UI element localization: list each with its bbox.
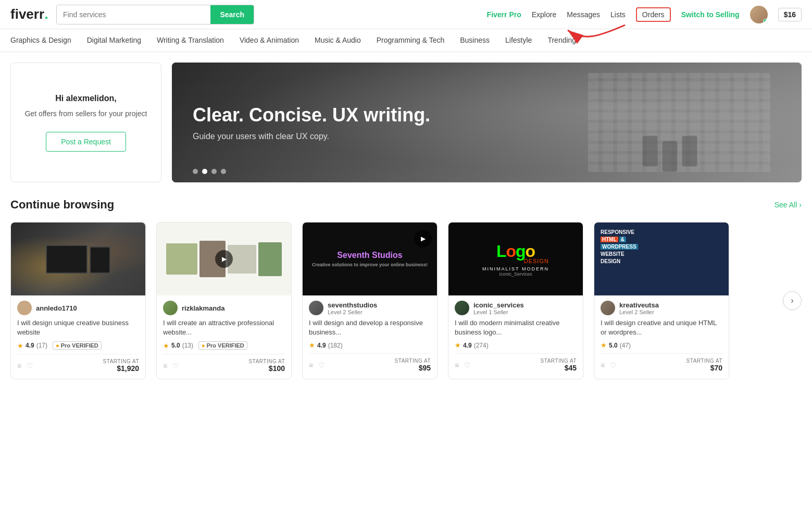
cat-trending[interactable]: Trending xyxy=(547,36,576,45)
avatar[interactable] xyxy=(750,6,768,23)
cat-digital-marketing[interactable]: Digital Marketing xyxy=(87,36,141,45)
post-request-button[interactable]: Post a Request xyxy=(46,132,126,152)
card-body-1: annledo1710 I will design unique creativ… xyxy=(11,295,145,379)
menu-icon-5[interactable]: ≡ xyxy=(601,361,605,369)
cat-lifestyle[interactable]: Lifestyle xyxy=(505,36,532,45)
menu-icon-4[interactable]: ≡ xyxy=(455,361,459,369)
rating-count-2: (13) xyxy=(182,342,193,349)
main-content: Hi alexmelidon, Get offers from sellers … xyxy=(0,52,812,182)
hero-dot-2[interactable] xyxy=(202,169,207,174)
seller-name-1: annledo1710 xyxy=(36,304,77,312)
star-icon-3: ★ xyxy=(309,341,315,349)
heart-icon-2[interactable]: ♡ xyxy=(172,362,179,370)
cat-video-animation[interactable]: Video & Animation xyxy=(240,36,299,45)
starting-price-3: STARTING AT $95 xyxy=(395,358,431,372)
cat-programming-tech[interactable]: Programming & Tech xyxy=(377,36,444,45)
play-button-3[interactable]: ▶ xyxy=(414,230,432,248)
starting-price-5: STARTING AT $70 xyxy=(686,358,722,372)
header-nav: Fiverr Pro Explore Messages Lists Orders… xyxy=(487,6,802,23)
search-button[interactable]: Search xyxy=(210,5,254,24)
seller-level-3: Level 2 Seller xyxy=(328,309,377,315)
balance-badge[interactable]: $16 xyxy=(778,8,802,21)
menu-icon-3[interactable]: ≡ xyxy=(309,361,313,369)
card-3[interactable]: Seventh Studios Creative solutions to im… xyxy=(302,222,438,379)
heart-icon-5[interactable]: ♡ xyxy=(610,361,617,369)
cat-music-audio[interactable]: Music & Audio xyxy=(315,36,361,45)
rating-count-1: (17) xyxy=(36,342,47,349)
cat-business[interactable]: Business xyxy=(460,36,490,45)
category-nav: Graphics & Design Digital Marketing Writ… xyxy=(0,29,812,52)
card-2[interactable]: ▶ rizklakmanda I will create an attracti… xyxy=(156,222,292,379)
card-thumb-2: ▶ xyxy=(157,222,291,295)
card-thumb-5-inner: RESPONSIVE HTML& WORDPRESS WEBSITEDESIGN xyxy=(594,222,729,295)
card-body-5: kreativeutsa Level 2 Seller I will desig… xyxy=(594,295,729,378)
cat-graphics-design[interactable]: Graphics & Design xyxy=(10,36,71,45)
card-footer-5: ≡ ♡ STARTING AT $70 xyxy=(601,353,722,372)
heart-icon-4[interactable]: ♡ xyxy=(464,361,471,369)
hero-dots xyxy=(193,169,226,174)
card-body-3: seventhstudios Level 2 Seller I will des… xyxy=(303,295,437,378)
seller-name-4: iconic_services xyxy=(473,301,524,309)
seller-info-1: annledo1710 xyxy=(17,301,139,315)
cat-writing-translation[interactable]: Writing & Translation xyxy=(157,36,224,45)
card-body-2: rizklakmanda I will create an attractive… xyxy=(157,295,291,379)
section-title: Continue browsing xyxy=(10,198,114,212)
next-cards-button[interactable]: › xyxy=(783,291,802,310)
card-description-1: I will design unique creative business w… xyxy=(17,318,139,337)
card-footer-1: ≡ ♡ STARTING AT $1,920 xyxy=(17,354,139,373)
cards-container: annledo1710 I will design unique creativ… xyxy=(10,222,778,379)
explore-link[interactable]: Explore xyxy=(532,10,556,19)
switch-to-selling-link[interactable]: Switch to Selling xyxy=(681,10,740,19)
fiverr-pro-link[interactable]: Fiverr Pro xyxy=(487,10,521,19)
card-rating-4: ★ 4.9 (274) xyxy=(455,341,577,349)
tablet-shape xyxy=(90,246,110,274)
star-icon-4: ★ xyxy=(455,341,461,349)
hero-dot-4[interactable] xyxy=(221,169,226,174)
card-1[interactable]: annledo1710 I will design unique creativ… xyxy=(10,222,146,379)
hero-banner[interactable]: Clear. Concise. UX writing. Guide your u… xyxy=(172,63,802,182)
menu-icon-2[interactable]: ≡ xyxy=(163,362,167,370)
card-body-4: iconic_services Level 1 Seller I will do… xyxy=(448,295,583,378)
see-all-link[interactable]: See All › xyxy=(774,201,802,209)
fiverr-logo[interactable]: fiverr● xyxy=(10,6,48,22)
card-footer-4: ≡ ♡ STARTING AT $45 xyxy=(455,353,577,372)
card-actions-4: ≡ ♡ xyxy=(455,361,471,369)
card-rating-3: ★ 4.9 (182) xyxy=(309,341,431,349)
seller-avatar-1 xyxy=(17,301,32,315)
card-4[interactable]: Logo DESIGN MINIMALIST MODERN Iconic_Ser… xyxy=(448,222,583,379)
seller-avatar-2 xyxy=(163,301,178,315)
seller-info-5: kreativeutsa Level 2 Seller xyxy=(601,301,722,315)
seller-avatar-5 xyxy=(601,301,615,315)
hero-dot-3[interactable] xyxy=(211,169,217,174)
rating-count-4: (274) xyxy=(474,342,489,349)
card-description-2: I will create an attractive professional… xyxy=(163,318,285,337)
monitor-shape xyxy=(46,245,88,274)
orders-link[interactable]: Orders xyxy=(636,7,671,22)
messages-link[interactable]: Messages xyxy=(567,10,600,19)
cards-wrapper: annledo1710 I will design unique creativ… xyxy=(10,222,802,379)
menu-icon-1[interactable]: ≡ xyxy=(17,362,21,370)
heart-icon-3[interactable]: ♡ xyxy=(318,361,325,369)
continue-browsing-section: Continue browsing See All › xyxy=(0,182,812,390)
heart-icon-1[interactable]: ♡ xyxy=(27,362,33,370)
card-thumb-3: Seventh Studios Creative solutions to im… xyxy=(303,222,437,295)
card-actions-5: ≡ ♡ xyxy=(601,361,617,369)
lists-link[interactable]: Lists xyxy=(610,10,626,19)
card-thumb-5: RESPONSIVE HTML& WORDPRESS WEBSITEDESIGN xyxy=(594,222,729,295)
search-input[interactable] xyxy=(57,10,210,19)
starting-price-2: STARTING AT $100 xyxy=(249,358,285,373)
rating-score-4: 4.9 xyxy=(463,342,472,349)
starting-price-1: STARTING AT $1,920 xyxy=(103,358,139,373)
sub-text: Get offers from sellers for your project xyxy=(25,108,147,119)
card-description-3: I will design and develop a responsive b… xyxy=(309,318,431,337)
star-icon-1: ★ xyxy=(17,342,23,350)
card-footer-2: ≡ ♡ STARTING AT $100 xyxy=(163,354,285,373)
seller-name-2: rizklakmanda xyxy=(182,304,224,312)
online-indicator xyxy=(763,19,768,23)
card-5[interactable]: RESPONSIVE HTML& WORDPRESS WEBSITEDESIGN… xyxy=(594,222,729,379)
seller-info-3: seventhstudios Level 2 Seller xyxy=(309,301,431,315)
rating-score-5: 5.0 xyxy=(609,342,618,349)
play-button-2[interactable]: ▶ xyxy=(215,250,233,268)
hero-dot-1[interactable] xyxy=(193,169,198,174)
card-thumb-1 xyxy=(11,222,145,295)
